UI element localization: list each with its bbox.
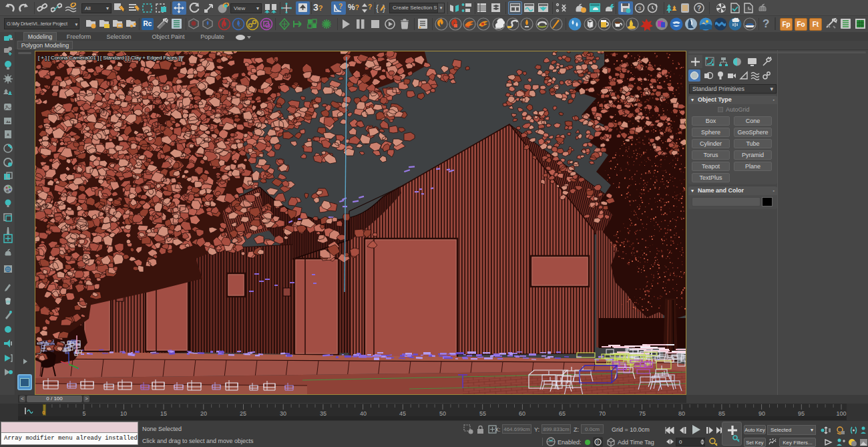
svg-text:100: 100 <box>836 410 846 417</box>
svg-text:90: 90 <box>758 410 765 417</box>
svg-text:55: 55 <box>479 410 486 417</box>
svg-text:10: 10 <box>120 410 127 417</box>
svg-text:0: 0 <box>596 440 599 444</box>
svg-text:40: 40 <box>360 410 367 417</box>
svg-text:95: 95 <box>798 410 805 417</box>
svg-text:75: 75 <box>639 410 646 417</box>
svg-text:70: 70 <box>599 410 606 417</box>
svg-text:50: 50 <box>439 410 446 417</box>
svg-text:5: 5 <box>82 410 85 417</box>
svg-text:65: 65 <box>559 410 566 417</box>
svg-text:45: 45 <box>399 410 406 417</box>
svg-text:20: 20 <box>200 410 207 417</box>
svg-text:35: 35 <box>320 410 327 417</box>
svg-text:80: 80 <box>678 410 685 417</box>
svg-text:15: 15 <box>160 410 167 417</box>
svg-text:60: 60 <box>519 410 525 417</box>
svg-text:m: m <box>6 299 10 304</box>
svg-text:30: 30 <box>280 410 286 417</box>
svg-text:25: 25 <box>240 410 246 417</box>
svg-text:[ + ] [ Corona Camera001 ] [ S: [ + ] [ Corona Camera001 ] [ Standard ] … <box>38 55 180 61</box>
svg-text:85: 85 <box>718 410 725 417</box>
